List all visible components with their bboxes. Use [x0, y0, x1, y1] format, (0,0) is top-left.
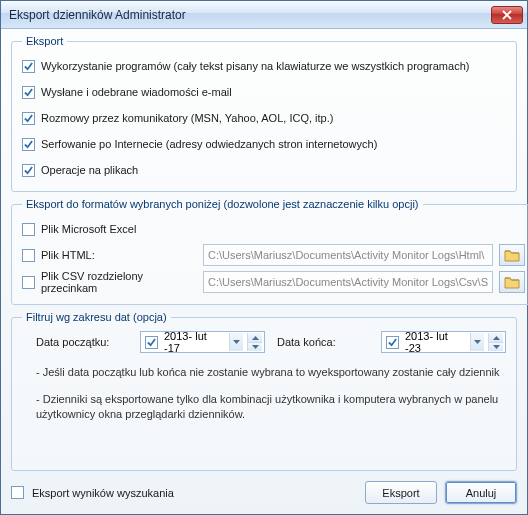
group-dates-legend: Filtruj wg zakresu dat (opcja) [22, 311, 171, 323]
export-button[interactable]: Eksport [365, 481, 437, 504]
end-date-up[interactable] [489, 333, 503, 342]
date-note-1: - Jeśli data początku lub końca nie zost… [22, 363, 506, 382]
cancel-button[interactable]: Anuluj [445, 481, 517, 504]
checkbox-usage[interactable] [22, 60, 35, 73]
row-excel: Plik Microsoft Excel [22, 218, 525, 240]
chevron-down-icon [233, 340, 240, 344]
label-usage: Wykorzystanie programów (cały tekst pisa… [41, 60, 469, 72]
start-date-label: Data początku: [36, 336, 128, 348]
close-icon [502, 10, 512, 20]
chevron-up-icon [252, 336, 259, 340]
end-date-down[interactable] [489, 342, 503, 351]
label-web: Serfowanie po Internecie (adresy odwiedz… [41, 138, 377, 150]
chevron-down-icon [252, 345, 259, 349]
checkbox-start-date[interactable] [145, 336, 158, 349]
label-csv: Plik CSV rozdzielony przecinkam [41, 270, 197, 294]
start-date-down[interactable] [248, 342, 262, 351]
checkbox-files[interactable] [22, 164, 35, 177]
html-path-text: C:\Users\Mariusz\Documents\Activity Moni… [208, 249, 484, 261]
end-date-label: Data końca: [277, 336, 369, 348]
row-html: Plik HTML: C:\Users\Mariusz\Documents\Ac… [22, 244, 525, 266]
group-formats: Eksport do formatów wybranych poniżej (d… [11, 198, 528, 305]
checkbox-csv[interactable] [22, 276, 35, 289]
row-email: Wysłane i odebrane wiadomości e-mail [22, 81, 506, 103]
date-note-2: - Dzienniki są eksportowane tylko dla ko… [22, 390, 506, 424]
close-button[interactable] [491, 6, 523, 24]
window-title: Eksport dzienników Administrator [9, 8, 491, 22]
checkbox-html[interactable] [22, 249, 35, 262]
footer: Eksport wyników wyszukania Eksport Anulu… [11, 477, 517, 504]
checkbox-email[interactable] [22, 86, 35, 99]
folder-icon [504, 248, 520, 262]
csv-path-input[interactable]: C:\Users\Mariusz\Documents\Activity Moni… [203, 271, 493, 293]
start-date-up[interactable] [248, 333, 262, 342]
end-date-spinner [488, 333, 503, 351]
chevron-down-icon [474, 340, 481, 344]
chevron-down-icon [493, 345, 500, 349]
row-web: Serfowanie po Internecie (adresy odwiedz… [22, 133, 506, 155]
dialog-body: Eksport Wykorzystanie programów (cały te… [1, 29, 527, 514]
start-date-spinner [247, 333, 262, 351]
label-files: Operacje na plikach [41, 164, 138, 176]
group-formats-legend: Eksport do formatów wybranych poniżej (d… [22, 198, 423, 210]
label-html: Plik HTML: [41, 249, 95, 261]
titlebar: Eksport dzienników Administrator [1, 1, 527, 29]
chevron-up-icon [493, 336, 500, 340]
checkbox-export-results[interactable] [11, 486, 24, 499]
row-usage: Wykorzystanie programów (cały tekst pisa… [22, 55, 506, 77]
start-date-value: 2013- lut -17 [162, 330, 225, 354]
label-excel: Plik Microsoft Excel [41, 223, 136, 235]
label-im: Rozmowy przez komunikatory (MSN, Yahoo, … [41, 112, 333, 124]
row-files: Operacje na plikach [22, 159, 506, 181]
row-csv: Plik CSV rozdzielony przecinkam C:\Users… [22, 270, 525, 294]
start-date-field[interactable]: 2013- lut -17 [140, 331, 265, 353]
checkbox-im[interactable] [22, 112, 35, 125]
csv-path-text: C:\Users\Mariusz\Documents\Activity Moni… [208, 276, 488, 288]
end-date-dropdown[interactable] [470, 333, 484, 351]
checkbox-excel[interactable] [22, 223, 35, 236]
label-email: Wysłane i odebrane wiadomości e-mail [41, 86, 232, 98]
html-path-input[interactable]: C:\Users\Mariusz\Documents\Activity Moni… [203, 244, 493, 266]
date-row: Data początku: 2013- lut -17 Data końca:… [22, 331, 506, 353]
end-date-value: 2013- lut -23 [403, 330, 466, 354]
checkbox-end-date[interactable] [386, 336, 399, 349]
browse-csv-button[interactable] [499, 271, 525, 293]
end-date-field[interactable]: 2013- lut -23 [381, 331, 506, 353]
group-export: Eksport Wykorzystanie programów (cały te… [11, 35, 517, 192]
group-export-legend: Eksport [22, 35, 67, 47]
folder-icon [504, 275, 520, 289]
group-dates: Filtruj wg zakresu dat (opcja) Data pocz… [11, 311, 517, 471]
browse-html-button[interactable] [499, 244, 525, 266]
dialog-window: Eksport dzienników Administrator Eksport… [0, 0, 528, 515]
checkbox-web[interactable] [22, 138, 35, 151]
label-export-results: Eksport wyników wyszukania [32, 487, 174, 499]
start-date-dropdown[interactable] [229, 333, 243, 351]
row-im: Rozmowy przez komunikatory (MSN, Yahoo, … [22, 107, 506, 129]
